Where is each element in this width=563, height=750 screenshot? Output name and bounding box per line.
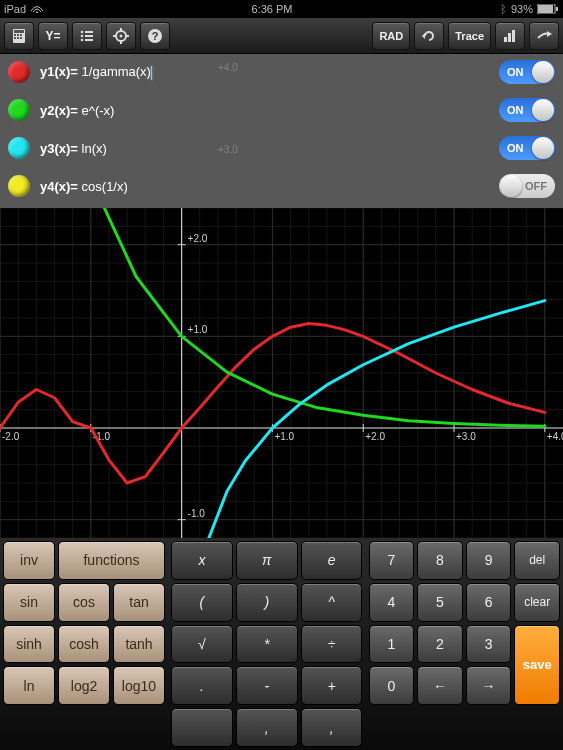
svg-rect-28 [512,30,515,42]
key-comma2[interactable]: , [301,708,363,747]
key-blank[interactable] [171,708,233,747]
color-swatch[interactable] [8,175,30,197]
key-log2[interactable]: log2 [58,666,110,705]
function-expression[interactable]: y1(x)= 1/gamma(x) [40,64,489,80]
key-save[interactable]: save [514,625,560,706]
svg-text:+2.0: +2.0 [365,431,385,442]
color-swatch[interactable] [8,137,30,159]
help-icon: ? [147,28,163,44]
bluetooth-icon: ᛒ [500,3,507,15]
visibility-toggle[interactable]: OFF [499,174,555,198]
undo-icon [421,28,437,44]
key-4[interactable]: 4 [369,583,415,622]
key-sin[interactable]: sin [3,583,55,622]
svg-rect-12 [85,31,93,33]
share-icon [536,28,552,44]
angle-mode-button[interactable]: RAD [372,22,410,50]
key-clear[interactable]: clear [514,583,560,622]
svg-rect-2 [556,7,558,11]
key-e[interactable]: e [301,541,363,580]
function-expression[interactable]: y2(x)= e^(-x) [40,103,489,118]
keypad-functions-group: inv functions sin cos tan sinh cosh tanh… [0,538,168,750]
svg-rect-6 [17,34,19,36]
key-lparen[interactable]: ( [171,583,233,622]
color-swatch[interactable] [8,99,30,121]
function-row: y1(x)= 1/gamma(x) ON [8,60,555,84]
battery-icon [537,4,559,14]
key-tan[interactable]: tan [113,583,165,622]
key-cos[interactable]: cos [58,583,110,622]
table-button[interactable] [495,22,525,50]
function-panel: +4.0 +3.0 y1(x)= 1/gamma(x) ON y2(x)= e^… [0,54,563,208]
trace-button[interactable]: Trace [448,22,491,50]
visibility-toggle[interactable]: ON [499,60,555,84]
key-pi[interactable]: π [236,541,298,580]
function-row: y3(x)= ln(x) ON [8,136,555,160]
visibility-toggle[interactable]: ON [499,136,555,160]
key-div[interactable]: ÷ [301,625,363,664]
key-0[interactable]: 0 [369,666,415,705]
toolbar: Y= ? RAD Trace [0,18,563,54]
visibility-toggle[interactable]: ON [499,98,555,122]
function-expression[interactable]: y3(x)= ln(x) [40,141,489,156]
key-left[interactable]: ← [417,666,463,705]
key-8[interactable]: 8 [417,541,463,580]
svg-rect-10 [20,37,22,39]
svg-text:+1.0: +1.0 [188,324,208,335]
help-button[interactable]: ? [140,22,170,50]
svg-point-11 [81,30,84,33]
function-row: y2(x)= e^(-x) ON [8,98,555,122]
key-comma1[interactable]: , [236,708,298,747]
yequals-button[interactable]: Y= [38,22,68,50]
undo-button[interactable] [414,22,444,50]
svg-text:+4.0: +4.0 [547,431,563,442]
device-label: iPad [4,3,26,15]
key-del[interactable]: del [514,541,560,580]
key-tanh[interactable]: tanh [113,625,165,664]
key-ln[interactable]: ln [3,666,55,705]
function-expression[interactable]: y4(x)= cos(1/x) [40,179,489,194]
chart-icon [502,28,518,44]
key-plus[interactable]: + [301,666,363,705]
key-functions[interactable]: functions [58,541,165,580]
color-swatch[interactable] [8,61,30,83]
key-3[interactable]: 3 [466,625,512,664]
function-row: y4(x)= cos(1/x) OFF [8,174,555,198]
key-5[interactable]: 5 [417,583,463,622]
key-2[interactable]: 2 [417,625,463,664]
key-dot[interactable]: . [171,666,233,705]
key-9[interactable]: 9 [466,541,512,580]
svg-text:+1.0: +1.0 [274,431,294,442]
calculator-button[interactable] [4,22,34,50]
key-x[interactable]: x [171,541,233,580]
key-6[interactable]: 6 [466,583,512,622]
status-bar: iPad 6:36 PM ᛒ 93% [0,0,563,18]
svg-text:-1.0: -1.0 [188,508,206,519]
key-cosh[interactable]: cosh [58,625,110,664]
share-button[interactable] [529,22,559,50]
svg-rect-14 [85,35,93,37]
key-power[interactable]: ^ [301,583,363,622]
svg-point-18 [120,34,123,37]
svg-text:+3.0: +3.0 [456,431,476,442]
svg-rect-27 [508,33,511,42]
graph-canvas[interactable]: -2.0-1.0+1.0+2.0+3.0+4.0-1.0+1.0+2.0 [0,208,563,538]
list-button[interactable] [72,22,102,50]
axis-tick-panel-1: +4.0 [218,62,238,73]
clock: 6:36 PM [44,3,500,15]
key-mult[interactable]: * [236,625,298,664]
key-sinh[interactable]: sinh [3,625,55,664]
svg-rect-26 [504,37,507,42]
key-right[interactable]: → [466,666,512,705]
key-rparen[interactable]: ) [236,583,298,622]
key-inv[interactable]: inv [3,541,55,580]
key-7[interactable]: 7 [369,541,415,580]
key-sqrt[interactable]: √ [171,625,233,664]
svg-text:-2.0: -2.0 [2,431,20,442]
key-minus[interactable]: - [236,666,298,705]
key-log10[interactable]: log10 [113,666,165,705]
settings-button[interactable] [106,22,136,50]
svg-rect-1 [538,5,553,13]
svg-marker-25 [422,33,425,39]
key-1[interactable]: 1 [369,625,415,664]
